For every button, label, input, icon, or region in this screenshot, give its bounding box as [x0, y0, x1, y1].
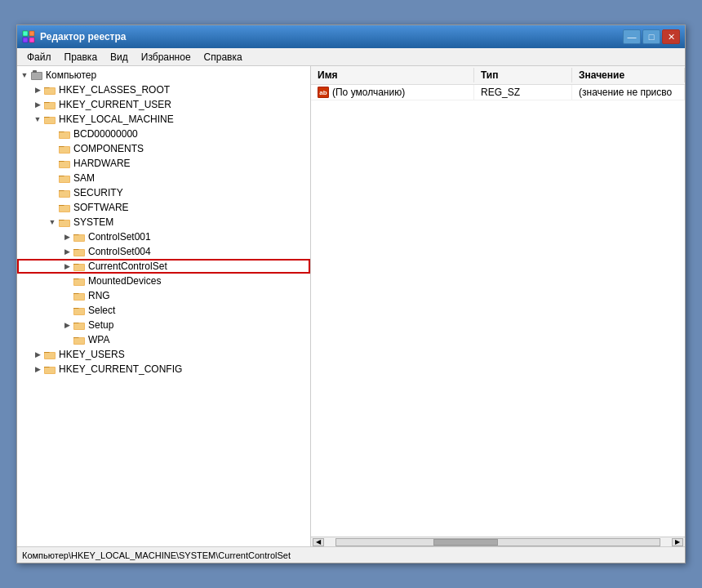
- tree-item-sam[interactable]: SAM: [17, 171, 310, 185]
- tree-item-select[interactable]: Select: [17, 303, 310, 318]
- label-setup: Setup: [88, 319, 113, 331]
- svg-rect-16: [60, 147, 69, 153]
- label-currentcontrolset: CurrentControlSet: [88, 261, 167, 272]
- tree-item-software[interactable]: SOFTWARE: [17, 200, 310, 215]
- scroll-right-arrow[interactable]: ▶: [672, 538, 683, 546]
- detail-cell-value: (значение не присво: [572, 85, 685, 100]
- folder-icon-current-user: [43, 99, 56, 110]
- tree-item-current-user[interactable]: ▶ HKEY_CURRENT_USER: [17, 97, 310, 112]
- menu-file[interactable]: Файл: [20, 50, 58, 65]
- folder-icon-currentcontrolset: [73, 261, 86, 272]
- svg-rect-22: [60, 191, 69, 197]
- label-system: SYSTEM: [73, 216, 113, 228]
- folder-icon-security: [58, 187, 71, 198]
- registry-detail: Имя Тип Значение ab (По умолчанию) REG_S…: [311, 66, 685, 546]
- expand-classes-root[interactable]: ▶: [32, 84, 43, 96]
- expand-controlset001[interactable]: ▶: [61, 231, 73, 243]
- tree-item-setup[interactable]: ▶ Setup: [17, 318, 310, 332]
- col-header-value: Значение: [572, 68, 685, 82]
- svg-rect-36: [74, 294, 84, 300]
- svg-rect-6: [32, 73, 42, 79]
- expand-currentcontrolset[interactable]: ▶: [61, 261, 73, 272]
- expand-system[interactable]: ▼: [47, 216, 58, 228]
- svg-rect-8: [45, 88, 55, 94]
- menu-bar: Файл Правка Вид Избранное Справка: [17, 48, 685, 66]
- detail-cell-name: ab (По умолчанию): [311, 85, 474, 100]
- tree-item-rng[interactable]: RNG: [17, 288, 310, 303]
- svg-rect-32: [74, 265, 84, 270]
- scroll-left-arrow[interactable]: ◀: [313, 538, 324, 546]
- col-header-name: Имя: [311, 68, 474, 82]
- expand-local-machine[interactable]: ▼: [32, 114, 43, 125]
- tree-item-system[interactable]: ▼ SYSTEM: [17, 215, 310, 229]
- label-hkey-current-config: HKEY_CURRENT_CONFIG: [59, 363, 182, 375]
- tree-item-wpa[interactable]: WPA: [17, 332, 310, 347]
- main-area: ▼ Компьютер ▶ HKEY_C: [17, 66, 685, 546]
- expand-controlset004[interactable]: ▶: [61, 246, 73, 257]
- maximize-button[interactable]: □: [642, 29, 660, 44]
- expand-computer[interactable]: ▼: [19, 69, 30, 81]
- close-button[interactable]: ✕: [662, 29, 680, 44]
- svg-rect-3: [29, 38, 34, 42]
- tree-item-classes-root[interactable]: ▶ HKEY_CLASSES_ROOT: [17, 82, 310, 97]
- detail-row[interactable]: ab (По умолчанию) REG_SZ (значение не пр…: [311, 85, 685, 100]
- label-controlset004: ControlSet004: [88, 246, 151, 257]
- menu-edit[interactable]: Правка: [58, 50, 104, 65]
- label-rng: RNG: [88, 290, 110, 301]
- svg-rect-12: [45, 118, 55, 123]
- detail-cell-type: REG_SZ: [474, 85, 572, 100]
- svg-rect-0: [23, 31, 28, 36]
- tree-item-hardware[interactable]: HARDWARE: [17, 156, 310, 171]
- computer-label: Компьютер: [46, 69, 96, 81]
- menu-favorites[interactable]: Избранное: [135, 50, 198, 65]
- tree-item-controlset001[interactable]: ▶ ControlSet001: [17, 229, 310, 244]
- menu-view[interactable]: Вид: [104, 50, 135, 65]
- svg-rect-28: [74, 235, 84, 241]
- expand-setup[interactable]: ▶: [61, 319, 73, 331]
- svg-rect-44: [45, 353, 55, 359]
- tree-item-controlset004[interactable]: ▶ ControlSet004: [17, 244, 310, 259]
- svg-rect-18: [60, 162, 69, 167]
- label-select: Select: [88, 305, 115, 316]
- label-bcd: BCD00000000: [73, 128, 138, 140]
- tree-item-bcd[interactable]: BCD00000000: [17, 127, 310, 141]
- svg-rect-42: [74, 338, 84, 344]
- reg-name: (По умолчанию): [332, 87, 405, 98]
- folder-icon-mounteddevices: [73, 275, 86, 287]
- tree-item-components[interactable]: COMPONENTS: [17, 141, 310, 156]
- folder-icon-select: [73, 305, 86, 316]
- svg-rect-46: [45, 368, 55, 373]
- tree-content: ▼ Компьютер ▶ HKEY_C: [17, 66, 310, 378]
- svg-rect-14: [60, 132, 69, 138]
- folder-icon-system: [58, 216, 71, 228]
- expand-current-user[interactable]: ▶: [32, 99, 43, 110]
- tree-item-currentcontrolset[interactable]: ▶ CurrentControlSet: [17, 259, 310, 274]
- svg-rect-26: [60, 220, 69, 226]
- tree-item-mounteddevices[interactable]: MountedDevices: [17, 274, 310, 288]
- expand-hkey-users[interactable]: ▶: [32, 349, 43, 360]
- label-current-user: HKEY_CURRENT_USER: [59, 99, 171, 110]
- detail-hscrollbar-thumb[interactable]: [433, 539, 498, 546]
- svg-rect-34: [74, 279, 84, 285]
- registry-tree[interactable]: ▼ Компьютер ▶ HKEY_C: [17, 66, 311, 546]
- expand-hkey-current-config[interactable]: ▶: [32, 363, 43, 375]
- tree-item-hkey-users[interactable]: ▶ HKEY_USERS: [17, 347, 310, 362]
- computer-folder-icon: [30, 69, 43, 81]
- title-bar: Редактор реестра — □ ✕: [17, 25, 685, 48]
- svg-rect-38: [74, 309, 84, 314]
- tree-item-computer[interactable]: ▼ Компьютер: [17, 68, 310, 82]
- minimize-button[interactable]: —: [623, 29, 641, 44]
- folder-icon-components: [58, 143, 71, 154]
- tree-item-hkey-current-config[interactable]: ▶ HKEY_CURRENT_CONFIG: [17, 362, 310, 376]
- label-hkey-users: HKEY_USERS: [59, 349, 125, 360]
- menu-help[interactable]: Справка: [198, 50, 249, 65]
- tree-item-security[interactable]: SECURITY: [17, 185, 310, 200]
- label-software: SOFTWARE: [73, 202, 129, 213]
- svg-rect-40: [74, 323, 84, 329]
- tree-item-local-machine[interactable]: ▼ HKEY_LOCAL_MACHINE: [17, 112, 310, 127]
- label-components: COMPONENTS: [73, 143, 144, 154]
- folder-icon-controlset004: [73, 246, 86, 257]
- svg-rect-20: [60, 176, 69, 182]
- status-path: Компьютер\HKEY_LOCAL_MACHINE\SYSTEM\Curr…: [22, 550, 291, 560]
- detail-hscrollbar[interactable]: [335, 538, 660, 546]
